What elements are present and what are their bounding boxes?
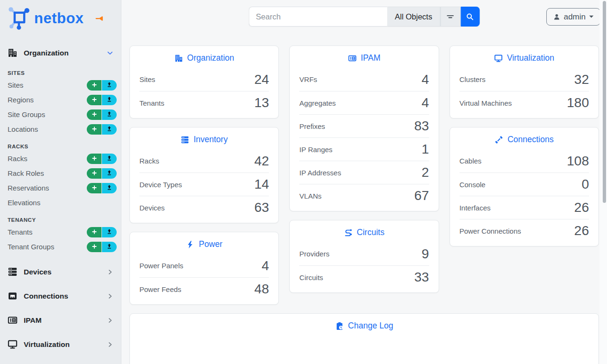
search-icon: [466, 13, 474, 21]
stat-value[interactable]: 9: [422, 246, 429, 262]
stat-value[interactable]: 48: [254, 281, 269, 297]
page-scrollbar[interactable]: [599, 0, 607, 364]
import-button[interactable]: [102, 124, 117, 135]
stat-value[interactable]: 32: [574, 72, 589, 88]
sidebar-group-connections[interactable]: Connections: [0, 284, 121, 308]
card-title-connections[interactable]: Connections: [450, 127, 598, 148]
import-button[interactable]: [102, 154, 117, 164]
stat-label[interactable]: Power Connections: [460, 227, 521, 235]
import-button[interactable]: [102, 80, 117, 91]
sidebar-item-label[interactable]: Site Groups: [8, 110, 45, 118]
stat-label[interactable]: Cables: [460, 157, 482, 165]
stat-label[interactable]: Circuits: [299, 273, 323, 282]
search-input[interactable]: [249, 7, 387, 27]
sidebar-group-ipam[interactable]: IPAM: [0, 308, 121, 332]
stat-value[interactable]: 24: [254, 72, 269, 88]
stat-label[interactable]: VLANs: [299, 192, 322, 200]
stat-label[interactable]: Console: [460, 181, 486, 189]
stat-value[interactable]: 63: [254, 200, 269, 216]
add-button[interactable]: [87, 227, 101, 237]
import-button[interactable]: [102, 183, 117, 193]
stat-label[interactable]: Aggregates: [299, 99, 336, 107]
stat-label[interactable]: IP Ranges: [299, 146, 332, 154]
stat-value[interactable]: 180: [567, 95, 589, 111]
main-area: All Objects admin OrganizationSites24Ten…: [121, 0, 607, 364]
sidebar-item-label[interactable]: Racks: [8, 155, 28, 163]
stat-value[interactable]: 4: [262, 258, 269, 274]
stat-value[interactable]: 2: [422, 164, 429, 181]
filter-button[interactable]: [440, 7, 460, 27]
card-title-virtualization[interactable]: Virtualization: [450, 46, 598, 67]
card-title-change-log[interactable]: Change Log: [130, 314, 598, 335]
stat-label[interactable]: IP Addresses: [299, 169, 341, 177]
logo-row[interactable]: netbox: [0, 0, 121, 36]
stat-value[interactable]: 13: [254, 95, 269, 111]
stat-label[interactable]: Virtual Machines: [460, 99, 512, 107]
stat-label[interactable]: Devices: [139, 204, 165, 212]
stat-label[interactable]: Racks: [139, 157, 159, 165]
card-title-power[interactable]: Power: [130, 232, 278, 253]
stat-value[interactable]: 83: [414, 118, 429, 134]
stat-value[interactable]: 4: [422, 72, 429, 88]
stat-label[interactable]: Power Panels: [139, 262, 184, 270]
add-button[interactable]: [87, 154, 101, 164]
card-title-circuits[interactable]: Circuits: [290, 220, 438, 241]
stat-value[interactable]: 14: [254, 176, 269, 192]
sidebar-item-label[interactable]: Locations: [8, 125, 38, 133]
counter-icon: [348, 54, 357, 63]
stat-value[interactable]: 67: [414, 188, 429, 204]
stat-label[interactable]: Tenants: [139, 99, 165, 107]
pin-sidebar-icon[interactable]: [95, 14, 104, 23]
add-button[interactable]: [87, 124, 101, 135]
sidebar-item-label[interactable]: Rack Roles: [8, 169, 44, 177]
stat-value[interactable]: 26: [574, 223, 589, 239]
stat-label[interactable]: Power Feeds: [139, 285, 181, 293]
card-title-ipam[interactable]: IPAM: [290, 46, 438, 67]
stat-value[interactable]: 108: [567, 153, 589, 169]
item-actions: [87, 227, 117, 237]
stat-value[interactable]: 42: [254, 153, 269, 169]
stat-value[interactable]: 1: [422, 141, 429, 157]
stat-label[interactable]: VRFs: [299, 75, 317, 83]
user-menu-button[interactable]: admin: [546, 8, 600, 26]
item-actions: [87, 95, 117, 105]
stat-value[interactable]: 26: [574, 200, 589, 216]
add-button[interactable]: [87, 95, 101, 105]
import-button[interactable]: [102, 109, 117, 120]
stat-label[interactable]: Device Types: [139, 181, 182, 189]
sidebar-group-label: Organization: [24, 49, 107, 57]
search-submit-button[interactable]: [460, 7, 479, 27]
stat-label[interactable]: Prefixes: [299, 122, 325, 130]
object-type-button[interactable]: All Objects: [387, 7, 441, 27]
stat-value[interactable]: 4: [422, 95, 429, 111]
scrollbar-thumb[interactable]: [603, 1, 606, 203]
sidebar-item-label[interactable]: Sites: [8, 81, 23, 89]
stat-label[interactable]: Providers: [299, 250, 329, 258]
card-title-inventory[interactable]: Inventory: [130, 127, 278, 148]
sidebar-item-label[interactable]: Elevations: [8, 199, 40, 207]
add-button[interactable]: [87, 168, 101, 179]
stat-label[interactable]: Interfaces: [460, 204, 491, 212]
stat-value[interactable]: 0: [581, 176, 589, 192]
add-button[interactable]: [87, 109, 101, 120]
import-button[interactable]: [102, 242, 117, 252]
sidebar-group-virtualization[interactable]: Virtualization: [0, 332, 121, 356]
card-title-organization[interactable]: Organization: [130, 46, 278, 67]
item-actions: [87, 242, 117, 252]
add-button[interactable]: [87, 183, 101, 193]
sidebar-item-label[interactable]: Regions: [8, 96, 34, 104]
chevron-right-icon: [107, 269, 113, 275]
import-button[interactable]: [102, 168, 117, 179]
import-button[interactable]: [102, 95, 117, 105]
add-button[interactable]: [87, 80, 101, 91]
sidebar-item-label[interactable]: Tenants: [8, 228, 33, 236]
stat-label[interactable]: Sites: [139, 75, 155, 83]
sidebar-item-label[interactable]: Tenant Groups: [8, 243, 54, 251]
add-button[interactable]: [87, 242, 101, 252]
stat-value[interactable]: 33: [414, 269, 429, 285]
sidebar-group-organization[interactable]: Organization: [0, 43, 121, 63]
import-button[interactable]: [102, 227, 117, 237]
sidebar-group-devices[interactable]: Devices: [0, 260, 121, 284]
stat-label[interactable]: Clusters: [460, 75, 486, 83]
sidebar-item-label[interactable]: Reservations: [8, 184, 49, 192]
